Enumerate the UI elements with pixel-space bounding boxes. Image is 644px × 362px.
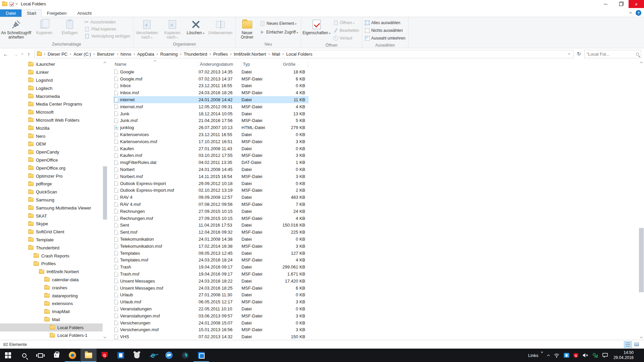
file-row[interactable]: Rechnungen.msf27.09.2015 10:15MSF-Datei4… — [113, 215, 309, 222]
tree-item[interactable]: QuickScan — [0, 188, 107, 196]
tree-item[interactable]: iLauncher — [0, 60, 107, 68]
file-row[interactable]: Urlaub.msf06.05.2015 12:17MSF-Datei3 KB — [113, 298, 309, 305]
file-row[interactable]: VHS07.02.2013 14:32Datei150 KB — [113, 333, 309, 340]
tree-item[interactable]: Local Folders-1 — [0, 331, 107, 340]
tree-item[interactable]: extensions — [0, 300, 107, 308]
paste-button[interactable]: Einfügen — [57, 18, 83, 40]
tree-item[interactable]: OpenOffice — [0, 156, 107, 164]
file-scroll-thumb[interactable] — [639, 228, 644, 292]
file-row[interactable]: Templates.msf24.03.2016 18:24MSF-Datei4 … — [113, 257, 309, 264]
file-row[interactable]: Outlook Express-Import.msf02.10.2012 13:… — [113, 187, 309, 194]
file-row[interactable]: junklog26.07.2007 10:13HTML-Datei279 KB — [113, 124, 309, 131]
taskbar-globe-icon[interactable] — [177, 349, 193, 362]
file-row[interactable]: Norbert.msf14.11.2015 16:54MSF-Datei3 KB — [113, 173, 309, 180]
tree-item[interactable]: Samsung — [0, 196, 107, 204]
paste-shortcut-button[interactable]: Verknüpfung einfügen — [85, 33, 130, 39]
qat-dropdown-icon[interactable] — [15, 2, 18, 5]
sidebar-scroll-thumb[interactable] — [103, 166, 107, 220]
file-row[interactable]: Kartenservices23.12.2011 16:55Datei0 KB — [113, 131, 309, 138]
file-row[interactable]: Versicherungen24.01.2008 15:07Datei0 KB — [113, 319, 309, 326]
file-row[interactable]: Rechnungen27.09.2015 10:15Datei24 KB — [113, 208, 309, 215]
column-header-size[interactable]: Größe — [282, 61, 309, 68]
toolbar-overflow-icon[interactable]: » — [541, 350, 543, 354]
breadcrumb-segment[interactable]: Roaming — [158, 52, 180, 57]
pin-to-quick-access-button[interactable]: An Schnellzugriff anheften — [1, 18, 32, 40]
scroll-up-icon[interactable] — [103, 60, 107, 65]
taskbar-docapp-icon[interactable] — [113, 349, 129, 362]
move-to-button[interactable]: Verschieben nach — [134, 18, 160, 40]
taskbar-taskview-icon[interactable] — [32, 349, 48, 362]
taskbar-bird-icon[interactable] — [161, 349, 177, 362]
file-row[interactable]: Trash19.04.2016 09:17Datei299.061 KB — [113, 263, 309, 270]
file-row[interactable]: msgFilterRules.dat04.02.2011 13:35DAT-Da… — [113, 159, 309, 166]
up-button[interactable]: ↑ — [24, 50, 33, 58]
file-row[interactable]: Google.msf07.02.2013 14:37MSF-Datei6 KB — [113, 75, 309, 82]
tree-item[interactable]: Mozilla — [0, 124, 107, 132]
breadcrumb-segment[interactable]: AppData — [135, 52, 157, 57]
refresh-icon[interactable]: ↻ — [575, 50, 583, 58]
links-toolbar[interactable]: Links » — [528, 353, 543, 358]
tree-item[interactable]: Macromedia — [0, 92, 107, 100]
minimize-button[interactable] — [598, 0, 613, 8]
cut-button[interactable]: ✂ Ausschneiden — [85, 19, 130, 25]
close-button[interactable]: × — [629, 0, 644, 8]
file-row[interactable]: Outlook Express-Import29.09.2012 10:18Da… — [113, 180, 309, 187]
tree-item[interactable]: Skype — [0, 220, 107, 228]
tab-start[interactable]: Start — [21, 9, 41, 17]
new-item-button[interactable]: Neues Element — [260, 20, 298, 26]
file-row[interactable]: Sent11.04.2016 17:53Datei150.016 KB — [113, 222, 309, 229]
file-row[interactable]: Templates09.05.2013 12:45Datei127 KB — [113, 250, 309, 257]
address-dropdown-icon[interactable] — [568, 52, 570, 55]
breadcrumb-segment[interactable]: hinno — [118, 52, 133, 57]
breadcrumb-segment[interactable]: Thunderbird — [181, 52, 210, 57]
details-view-button[interactable] — [624, 341, 632, 348]
tab-ansicht[interactable]: Ansicht — [72, 9, 97, 17]
file-row[interactable]: Trash.msf19.04.2016 09:17MSF-Datei1.671 … — [113, 270, 309, 278]
tree-item[interactable]: Logitech — [0, 84, 107, 92]
breadcrumb-segment[interactable]: Acer (C:) — [71, 52, 93, 57]
file-row[interactable]: Veranstaltungen.msf03.06.2013 09:57MSF-D… — [113, 312, 309, 319]
tree-item[interactable]: Samsung Multimedia Viewer — [0, 204, 107, 212]
tree-item[interactable]: lm6fze8r.Norbert — [0, 268, 107, 276]
breadcrumb-segment[interactable]: Profiles — [211, 52, 230, 57]
delete-button[interactable]: Löschen — [185, 18, 206, 40]
tree-item[interactable]: Logishrd — [0, 76, 107, 84]
file-row[interactable]: internet24.01.2008 14:42Datei11 KB — [113, 96, 309, 103]
select-none-button[interactable]: Nichts auswählen — [365, 27, 406, 34]
breadcrumb-segment[interactable]: lm6fze8r.Norbert — [231, 52, 268, 57]
volume-muted-icon[interactable] — [583, 353, 588, 358]
tree-item[interactable]: OEM — [0, 140, 107, 148]
properties-button[interactable]: Eigenschaften — [302, 18, 331, 40]
search-input[interactable] — [587, 52, 635, 57]
tree-item[interactable]: pdfforge — [0, 180, 107, 188]
tree-item[interactable]: Nero — [0, 132, 107, 140]
network-monitor-icon[interactable] — [593, 353, 598, 358]
file-row[interactable]: Unsent Messages24.03.2016 18:22Datei17.4… — [113, 278, 309, 285]
thumbnails-view-button[interactable] — [633, 341, 641, 348]
maximize-button[interactable] — [613, 0, 629, 8]
help-icon[interactable]: ? — [636, 10, 641, 16]
column-header-name[interactable]: Name — [113, 61, 199, 68]
history-button[interactable]: Verlauf — [333, 35, 359, 41]
tree-item[interactable]: OpenCandy — [0, 148, 107, 156]
file-row[interactable]: Telekomunikation.msf17.02.2014 16:38MSF-… — [113, 243, 309, 250]
new-folder-button[interactable]: NeuerOrdner — [236, 18, 258, 40]
taskbar-teddy-icon[interactable] — [129, 349, 145, 362]
open-button[interactable]: Öffnen — [333, 20, 359, 26]
taskbar-start-icon[interactable] — [0, 349, 16, 362]
tree-item[interactable]: Mail — [0, 316, 107, 324]
file-row[interactable]: Sent.msf12.04.2016 09:32MSF-Datei225 KB — [113, 229, 309, 236]
properties-quick-icon[interactable] — [9, 2, 14, 6]
file-row[interactable]: Norbert24.01.2008 14:45Datei0 KB — [113, 166, 309, 173]
taskbar-gdata-icon[interactable]: G — [97, 349, 113, 362]
tree-item[interactable]: crashes — [0, 284, 107, 292]
select-all-button[interactable]: Alles auswählen — [365, 20, 406, 26]
tree-item[interactable]: Crash Reports — [0, 252, 107, 260]
tree-item[interactable]: Template — [0, 236, 107, 244]
breadcrumb-segment[interactable]: Mail — [270, 52, 282, 57]
recent-locations-icon[interactable] — [21, 52, 23, 55]
taskbar-clock[interactable]: 14:50 29.04.2016 — [613, 350, 634, 360]
taskbar-firefox-icon[interactable] — [64, 349, 80, 362]
tree-item[interactable]: SKAT — [0, 212, 107, 220]
taskbar-search-icon[interactable] — [16, 349, 32, 362]
